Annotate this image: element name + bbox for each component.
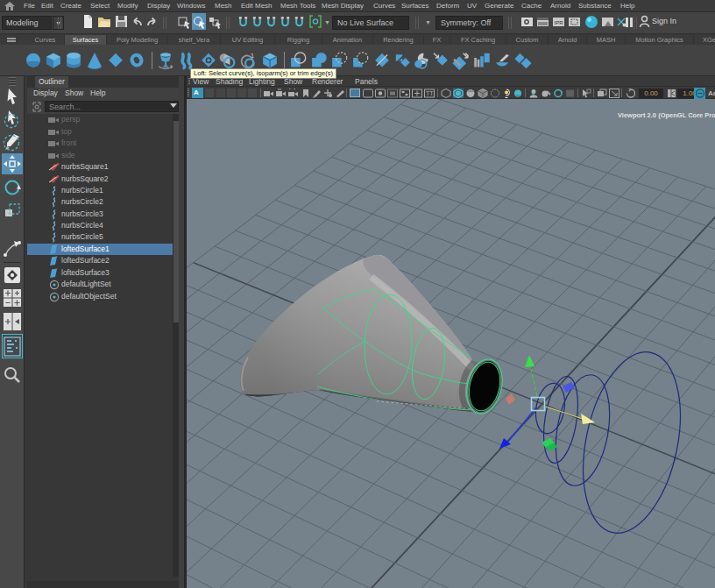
svg-text:IPR: IPR [555,20,564,25]
svg-text:TT: TT [426,90,434,96]
svg-text:Viewport 2.0 (OpenGL Core Prof: Viewport 2.0 (OpenGL Core Profile) [618,111,715,119]
